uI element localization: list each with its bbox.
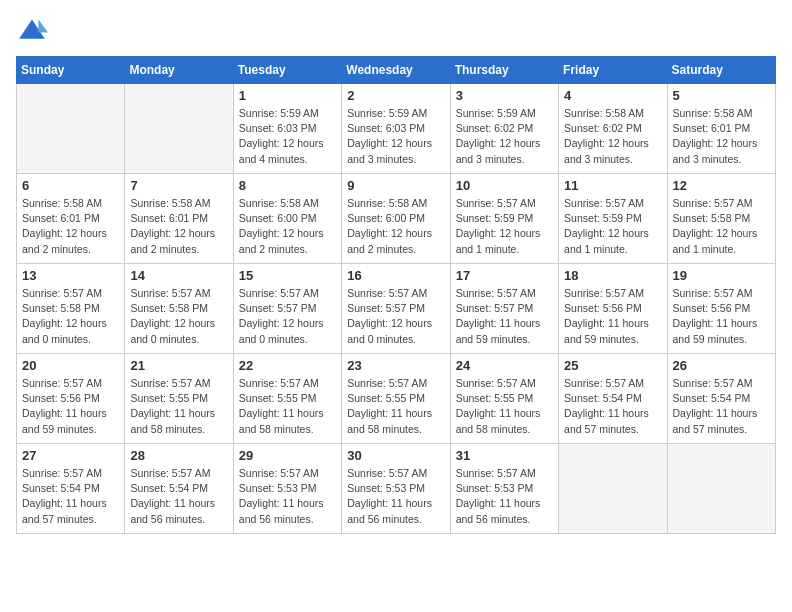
calendar-cell: 25Sunrise: 5:57 AM Sunset: 5:54 PM Dayli…	[559, 354, 667, 444]
day-info: Sunrise: 5:57 AM Sunset: 5:54 PM Dayligh…	[564, 376, 661, 437]
day-info: Sunrise: 5:57 AM Sunset: 5:56 PM Dayligh…	[564, 286, 661, 347]
calendar-cell	[667, 444, 775, 534]
day-number: 10	[456, 178, 553, 193]
day-number: 7	[130, 178, 227, 193]
day-number: 8	[239, 178, 336, 193]
day-info: Sunrise: 5:57 AM Sunset: 5:57 PM Dayligh…	[456, 286, 553, 347]
day-number: 1	[239, 88, 336, 103]
day-number: 16	[347, 268, 444, 283]
calendar-cell: 10Sunrise: 5:57 AM Sunset: 5:59 PM Dayli…	[450, 174, 558, 264]
day-info: Sunrise: 5:57 AM Sunset: 5:53 PM Dayligh…	[239, 466, 336, 527]
day-info: Sunrise: 5:57 AM Sunset: 5:57 PM Dayligh…	[347, 286, 444, 347]
day-info: Sunrise: 5:58 AM Sunset: 6:01 PM Dayligh…	[22, 196, 119, 257]
calendar-cell: 7Sunrise: 5:58 AM Sunset: 6:01 PM Daylig…	[125, 174, 233, 264]
day-info: Sunrise: 5:57 AM Sunset: 5:55 PM Dayligh…	[239, 376, 336, 437]
week-row-3: 13Sunrise: 5:57 AM Sunset: 5:58 PM Dayli…	[17, 264, 776, 354]
week-row-5: 27Sunrise: 5:57 AM Sunset: 5:54 PM Dayli…	[17, 444, 776, 534]
calendar-cell: 17Sunrise: 5:57 AM Sunset: 5:57 PM Dayli…	[450, 264, 558, 354]
calendar-cell: 1Sunrise: 5:59 AM Sunset: 6:03 PM Daylig…	[233, 84, 341, 174]
day-header-saturday: Saturday	[667, 57, 775, 84]
calendar-cell: 3Sunrise: 5:59 AM Sunset: 6:02 PM Daylig…	[450, 84, 558, 174]
day-info: Sunrise: 5:57 AM Sunset: 5:55 PM Dayligh…	[456, 376, 553, 437]
calendar-cell: 9Sunrise: 5:58 AM Sunset: 6:00 PM Daylig…	[342, 174, 450, 264]
day-info: Sunrise: 5:59 AM Sunset: 6:03 PM Dayligh…	[239, 106, 336, 167]
day-number: 24	[456, 358, 553, 373]
day-info: Sunrise: 5:57 AM Sunset: 5:58 PM Dayligh…	[130, 286, 227, 347]
day-info: Sunrise: 5:57 AM Sunset: 5:58 PM Dayligh…	[22, 286, 119, 347]
calendar-cell: 12Sunrise: 5:57 AM Sunset: 5:58 PM Dayli…	[667, 174, 775, 264]
calendar-cell: 27Sunrise: 5:57 AM Sunset: 5:54 PM Dayli…	[17, 444, 125, 534]
day-info: Sunrise: 5:58 AM Sunset: 6:00 PM Dayligh…	[347, 196, 444, 257]
calendar-cell: 5Sunrise: 5:58 AM Sunset: 6:01 PM Daylig…	[667, 84, 775, 174]
calendar-cell: 29Sunrise: 5:57 AM Sunset: 5:53 PM Dayli…	[233, 444, 341, 534]
day-info: Sunrise: 5:59 AM Sunset: 6:03 PM Dayligh…	[347, 106, 444, 167]
day-number: 4	[564, 88, 661, 103]
calendar-cell: 24Sunrise: 5:57 AM Sunset: 5:55 PM Dayli…	[450, 354, 558, 444]
day-number: 12	[673, 178, 770, 193]
day-number: 25	[564, 358, 661, 373]
week-row-1: 1Sunrise: 5:59 AM Sunset: 6:03 PM Daylig…	[17, 84, 776, 174]
day-info: Sunrise: 5:57 AM Sunset: 5:56 PM Dayligh…	[22, 376, 119, 437]
day-info: Sunrise: 5:57 AM Sunset: 5:59 PM Dayligh…	[456, 196, 553, 257]
day-number: 2	[347, 88, 444, 103]
calendar-cell: 28Sunrise: 5:57 AM Sunset: 5:54 PM Dayli…	[125, 444, 233, 534]
day-info: Sunrise: 5:57 AM Sunset: 5:56 PM Dayligh…	[673, 286, 770, 347]
week-row-2: 6Sunrise: 5:58 AM Sunset: 6:01 PM Daylig…	[17, 174, 776, 264]
day-info: Sunrise: 5:59 AM Sunset: 6:02 PM Dayligh…	[456, 106, 553, 167]
calendar-cell: 8Sunrise: 5:58 AM Sunset: 6:00 PM Daylig…	[233, 174, 341, 264]
day-info: Sunrise: 5:58 AM Sunset: 6:02 PM Dayligh…	[564, 106, 661, 167]
calendar-cell: 13Sunrise: 5:57 AM Sunset: 5:58 PM Dayli…	[17, 264, 125, 354]
calendar-cell: 6Sunrise: 5:58 AM Sunset: 6:01 PM Daylig…	[17, 174, 125, 264]
day-number: 13	[22, 268, 119, 283]
logo	[16, 16, 52, 44]
day-header-friday: Friday	[559, 57, 667, 84]
day-number: 5	[673, 88, 770, 103]
calendar-cell: 21Sunrise: 5:57 AM Sunset: 5:55 PM Dayli…	[125, 354, 233, 444]
calendar-header-row: SundayMondayTuesdayWednesdayThursdayFrid…	[17, 57, 776, 84]
day-info: Sunrise: 5:58 AM Sunset: 6:01 PM Dayligh…	[130, 196, 227, 257]
calendar-cell	[125, 84, 233, 174]
week-row-4: 20Sunrise: 5:57 AM Sunset: 5:56 PM Dayli…	[17, 354, 776, 444]
calendar-cell: 15Sunrise: 5:57 AM Sunset: 5:57 PM Dayli…	[233, 264, 341, 354]
day-info: Sunrise: 5:57 AM Sunset: 5:59 PM Dayligh…	[564, 196, 661, 257]
day-number: 23	[347, 358, 444, 373]
day-header-tuesday: Tuesday	[233, 57, 341, 84]
day-number: 9	[347, 178, 444, 193]
calendar-cell: 23Sunrise: 5:57 AM Sunset: 5:55 PM Dayli…	[342, 354, 450, 444]
calendar-cell: 2Sunrise: 5:59 AM Sunset: 6:03 PM Daylig…	[342, 84, 450, 174]
day-number: 20	[22, 358, 119, 373]
calendar-cell: 26Sunrise: 5:57 AM Sunset: 5:54 PM Dayli…	[667, 354, 775, 444]
day-info: Sunrise: 5:57 AM Sunset: 5:54 PM Dayligh…	[22, 466, 119, 527]
day-number: 29	[239, 448, 336, 463]
day-info: Sunrise: 5:58 AM Sunset: 6:00 PM Dayligh…	[239, 196, 336, 257]
day-header-wednesday: Wednesday	[342, 57, 450, 84]
calendar-cell: 31Sunrise: 5:57 AM Sunset: 5:53 PM Dayli…	[450, 444, 558, 534]
calendar-cell: 4Sunrise: 5:58 AM Sunset: 6:02 PM Daylig…	[559, 84, 667, 174]
day-number: 14	[130, 268, 227, 283]
day-number: 17	[456, 268, 553, 283]
day-number: 15	[239, 268, 336, 283]
calendar-cell: 20Sunrise: 5:57 AM Sunset: 5:56 PM Dayli…	[17, 354, 125, 444]
calendar-cell: 11Sunrise: 5:57 AM Sunset: 5:59 PM Dayli…	[559, 174, 667, 264]
day-info: Sunrise: 5:57 AM Sunset: 5:55 PM Dayligh…	[130, 376, 227, 437]
calendar-cell: 22Sunrise: 5:57 AM Sunset: 5:55 PM Dayli…	[233, 354, 341, 444]
day-header-sunday: Sunday	[17, 57, 125, 84]
calendar-cell: 19Sunrise: 5:57 AM Sunset: 5:56 PM Dayli…	[667, 264, 775, 354]
day-info: Sunrise: 5:57 AM Sunset: 5:53 PM Dayligh…	[347, 466, 444, 527]
calendar-cell: 16Sunrise: 5:57 AM Sunset: 5:57 PM Dayli…	[342, 264, 450, 354]
day-number: 3	[456, 88, 553, 103]
day-number: 18	[564, 268, 661, 283]
header	[16, 16, 776, 44]
day-info: Sunrise: 5:57 AM Sunset: 5:54 PM Dayligh…	[130, 466, 227, 527]
calendar-cell	[559, 444, 667, 534]
day-info: Sunrise: 5:57 AM Sunset: 5:55 PM Dayligh…	[347, 376, 444, 437]
day-number: 22	[239, 358, 336, 373]
day-info: Sunrise: 5:57 AM Sunset: 5:53 PM Dayligh…	[456, 466, 553, 527]
calendar-cell: 30Sunrise: 5:57 AM Sunset: 5:53 PM Dayli…	[342, 444, 450, 534]
day-number: 6	[22, 178, 119, 193]
day-number: 28	[130, 448, 227, 463]
day-number: 21	[130, 358, 227, 373]
day-header-monday: Monday	[125, 57, 233, 84]
day-number: 30	[347, 448, 444, 463]
day-number: 11	[564, 178, 661, 193]
